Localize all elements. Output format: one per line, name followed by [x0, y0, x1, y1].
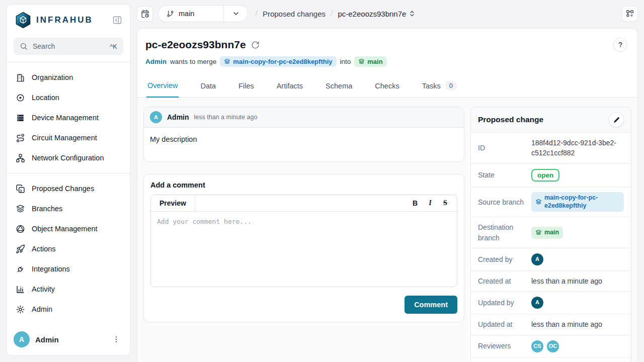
- sidebar-item-label: Network Configuration: [32, 154, 104, 162]
- branch-selector-toggle[interactable]: [223, 6, 248, 22]
- workflow-icon: [625, 9, 634, 18]
- sidebar-item-label: Object Management: [32, 225, 98, 233]
- tab-overview[interactable]: Overview: [146, 75, 179, 98]
- panel-row-reviewers: Reviewers CS OC: [471, 335, 631, 358]
- sidebar-item-label: Circuit Management: [32, 134, 97, 142]
- time-travel-button[interactable]: [137, 6, 153, 22]
- breadcrumb-separator: /: [331, 9, 333, 18]
- comment-input[interactable]: [151, 212, 457, 285]
- comment: A Admin less than a minute ago My descri…: [143, 107, 464, 162]
- merge-author-link[interactable]: Admin: [145, 58, 167, 65]
- comment-author-name: Admin: [167, 113, 189, 121]
- comment-timestamp: less than a minute ago: [194, 114, 258, 121]
- target-branch-badge[interactable]: main: [354, 56, 386, 67]
- kebab-menu-icon[interactable]: [110, 333, 122, 345]
- sidebar-item-circuit-management[interactable]: Circuit Management: [7, 128, 130, 148]
- state-badge: open: [531, 169, 559, 182]
- proposed-change-panel: Proposed change ID 188f4d12-9dcc-921d-3b…: [470, 107, 631, 362]
- sidebar-item-label: Location: [32, 94, 59, 102]
- sidebar-item-integrations[interactable]: Integrations: [7, 259, 130, 279]
- bold-button[interactable]: B: [409, 197, 422, 210]
- sidebar-item-object-management[interactable]: Object Management: [7, 219, 130, 239]
- sphere-icon: [16, 224, 25, 234]
- comment-submit-button[interactable]: Comment: [405, 296, 457, 314]
- brand-wordmark: INFRAHUB: [36, 15, 111, 25]
- chevron-down-icon: [232, 10, 240, 18]
- breadcrumb: / Proposed changes / pc-e2eoozs93bnn7e: [255, 9, 416, 18]
- sidebar-item-branches[interactable]: Branches: [7, 199, 130, 219]
- comment-author-avatar: A: [150, 111, 162, 123]
- breadcrumb-current[interactable]: pc-e2eoozs93bnn7e: [338, 10, 416, 18]
- strikethrough-button[interactable]: S: [439, 197, 452, 210]
- breadcrumb-separator: /: [255, 9, 257, 18]
- tasks-count-badge: 0: [445, 81, 457, 90]
- layers-icon: [358, 58, 365, 65]
- panel-row-id: ID 188f4d12-9dcc-921d-3be2-c512c1ccf882: [471, 133, 631, 164]
- tab-schema[interactable]: Schema: [325, 75, 353, 97]
- route-icon: [16, 133, 25, 143]
- merge-action-text: wants to merge: [170, 58, 216, 65]
- server-icon: [16, 113, 25, 123]
- sidebar-item-organization[interactable]: Organization: [7, 67, 130, 87]
- panel-title: Proposed change: [478, 115, 543, 124]
- updated-by-avatar: A: [531, 297, 543, 309]
- sidebar-item-label: Organization: [32, 73, 73, 81]
- tab-data[interactable]: Data: [199, 75, 217, 97]
- details-column: Proposed change ID 188f4d12-9dcc-921d-3b…: [470, 107, 631, 362]
- tab-artifacts[interactable]: Artifacts: [276, 75, 304, 97]
- tab-bar: Overview Data Files Artifacts Schema Che…: [137, 75, 637, 98]
- panel-header: Proposed change: [471, 107, 631, 133]
- source-branch-badge[interactable]: main-copy-for-pc-e2ed8kepfthiy: [531, 192, 624, 212]
- comment-editor: Preview B I S: [150, 195, 457, 287]
- preview-tab[interactable]: Preview: [151, 195, 195, 211]
- user-name: Admin: [35, 335, 105, 344]
- rocket-icon: [16, 244, 25, 254]
- sidebar-item-location[interactable]: Location: [7, 87, 130, 108]
- branch-selector[interactable]: main: [158, 5, 248, 22]
- diff-copy-icon: [16, 184, 25, 194]
- pencil-icon: [613, 117, 620, 123]
- add-comment-title: Add a comment: [150, 181, 457, 189]
- git-branch-icon: [167, 10, 174, 18]
- sidebar-item-actions[interactable]: Actions: [7, 239, 130, 259]
- search-input[interactable]: Search ^K: [14, 38, 123, 55]
- plug-icon: [16, 264, 25, 274]
- topbar: main / Proposed changes / pc-e2eoozs93bn…: [137, 0, 638, 27]
- tab-files[interactable]: Files: [237, 75, 255, 97]
- sidebar-collapse-icon[interactable]: [111, 14, 123, 26]
- sidebar-item-proposed-changes[interactable]: Proposed Changes: [7, 178, 130, 199]
- sidebar-item-label: Actions: [32, 245, 56, 253]
- main-content: pc-e2eoozs93bnn7e ? Admin wants to merge…: [137, 28, 638, 362]
- tab-checks[interactable]: Checks: [374, 75, 400, 97]
- overview-content: A Admin less than a minute ago My descri…: [137, 98, 637, 362]
- search-icon: [20, 42, 28, 50]
- comment-header: A Admin less than a minute ago: [144, 107, 464, 128]
- layers-icon: [16, 204, 25, 214]
- destination-branch-badge[interactable]: main: [531, 227, 563, 239]
- panel-row-created-at: Created at less than a minute ago: [471, 271, 631, 292]
- breadcrumb-proposed-changes[interactable]: Proposed changes: [263, 10, 326, 18]
- italic-button[interactable]: I: [424, 197, 437, 210]
- refresh-icon[interactable]: [251, 41, 260, 49]
- updated-at-value: less than a minute ago: [525, 319, 624, 329]
- id-value: 188f4d12-9dcc-921d-3be2-c512c1ccf882: [525, 138, 624, 158]
- graph-view-button[interactable]: [622, 6, 638, 22]
- infrahub-logo-icon: [15, 12, 32, 29]
- tab-tasks[interactable]: Tasks 0: [421, 75, 458, 97]
- search-shortcut: ^K: [110, 43, 117, 50]
- sidebar-item-admin[interactable]: Admin: [7, 299, 130, 319]
- layers-icon: [535, 229, 542, 236]
- sidebar-item-activity[interactable]: Activity: [7, 279, 130, 299]
- format-buttons: B I S: [409, 197, 457, 210]
- reviewer-avatar: OC: [547, 340, 559, 352]
- branch-selector-value: main: [158, 6, 223, 22]
- sidebar-user[interactable]: A Admin: [7, 324, 130, 355]
- help-button[interactable]: ?: [613, 38, 627, 52]
- edit-button[interactable]: [609, 112, 624, 127]
- panel-row-state: State open: [471, 164, 631, 188]
- bar-chart-icon: [16, 285, 25, 294]
- source-branch-badge[interactable]: main-copy-for-pc-e2ed8kepfthiy: [220, 56, 336, 67]
- page-title: pc-e2eoozs93bnn7e: [145, 39, 246, 51]
- sidebar-item-network-configuration[interactable]: Network Configuration: [7, 148, 130, 168]
- sidebar-item-device-management[interactable]: Device Management: [7, 108, 130, 128]
